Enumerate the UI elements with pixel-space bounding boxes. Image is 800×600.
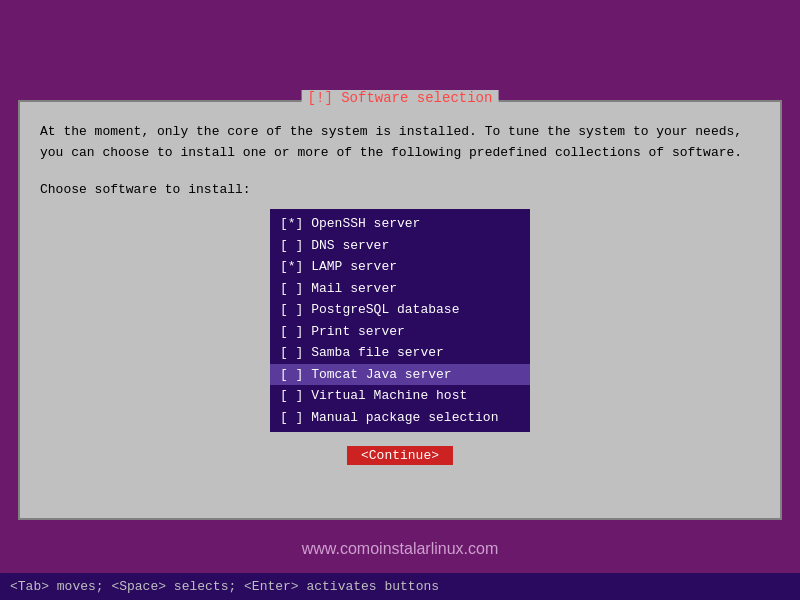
continue-button[interactable]: <Continue> <box>347 446 453 465</box>
dialog-title: [!] Software selection <box>302 90 499 106</box>
software-list: [*] OpenSSH server[ ] DNS server[*] LAMP… <box>270 209 530 432</box>
list-item-openssh[interactable]: [*] OpenSSH server <box>270 213 530 235</box>
list-item-postgresql[interactable]: [ ] PostgreSQL database <box>270 299 530 321</box>
bottom-hint-bar: <Tab> moves; <Space> selects; <Enter> ac… <box>0 573 800 600</box>
website-link: www.comoinstalarlinux.com <box>0 540 800 558</box>
bottom-hint-text: <Tab> moves; <Space> selects; <Enter> ac… <box>10 579 439 594</box>
list-item-mail[interactable]: [ ] Mail server <box>270 278 530 300</box>
dialog-container: [!] Software selection At the moment, on… <box>18 100 782 520</box>
list-item-vm[interactable]: [ ] Virtual Machine host <box>270 385 530 407</box>
continue-wrapper: <Continue> <box>40 446 760 465</box>
list-item-lamp[interactable]: [*] LAMP server <box>270 256 530 278</box>
list-item-samba[interactable]: [ ] Samba file server <box>270 342 530 364</box>
software-list-wrapper: [*] OpenSSH server[ ] DNS server[*] LAMP… <box>40 209 760 432</box>
list-item-manual[interactable]: [ ] Manual package selection <box>270 407 530 429</box>
choose-label: Choose software to install: <box>40 180 760 200</box>
list-item-dns[interactable]: [ ] DNS server <box>270 235 530 257</box>
list-item-print[interactable]: [ ] Print server <box>270 321 530 343</box>
description-text: At the moment, only the core of the syst… <box>40 122 760 164</box>
dialog-content: At the moment, only the core of the syst… <box>20 102 780 475</box>
list-item-tomcat[interactable]: [ ] Tomcat Java server <box>270 364 530 386</box>
